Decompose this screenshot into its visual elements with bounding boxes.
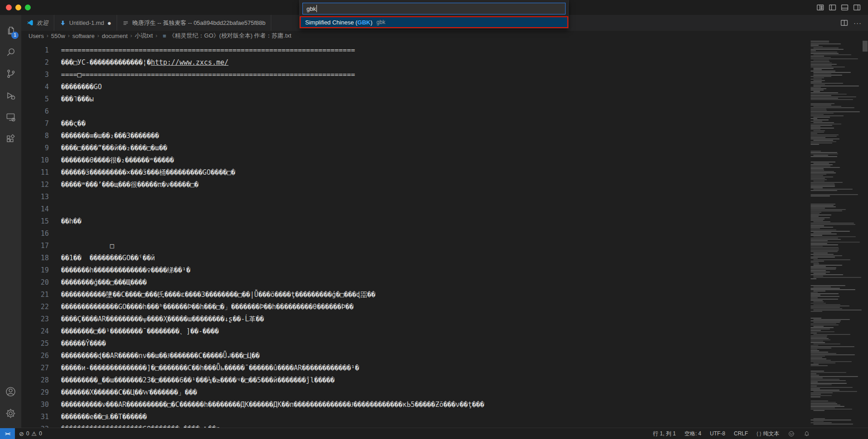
- line-number: 14: [21, 203, 55, 215]
- editor-line[interactable]: 16: [21, 228, 811, 240]
- remote-indicator[interactable]: ><: [0, 428, 15, 439]
- toggle-panel-icon[interactable]: [841, 4, 849, 11]
- tab-label: 欢迎: [37, 19, 48, 27]
- sidebar-item-remote-explorer[interactable]: [0, 106, 21, 128]
- line-number: 26: [21, 350, 55, 362]
- eol-sequence[interactable]: CRLF: [734, 430, 748, 437]
- editor-line[interactable]: 10�������θ����很�₂������ʷ�����: [21, 154, 811, 167]
- breadcrumb-item[interactable]: 550w: [51, 33, 65, 39]
- indentation[interactable]: 空格: 4: [684, 430, 701, 438]
- toggle-secondary-sidebar-icon[interactable]: [853, 4, 861, 11]
- editor-line[interactable]: 26���������ɖ��AR�����nν��ɯ��Ɉ�������C���…: [21, 350, 811, 362]
- editor-line[interactable]: 20��������ģ���□���Щ����: [21, 277, 811, 289]
- feedback-button[interactable]: [788, 430, 795, 437]
- editor-line[interactable]: 8�������≡�ɯ��₂���3�������: [21, 130, 811, 142]
- editor-line[interactable]: 28���������‗��ɯ�������23�□�����6��¹���¼�…: [21, 374, 811, 387]
- editor-line[interactable]: 29�������X������C��Ц��Ⱳ�������」���: [21, 387, 811, 399]
- line-text: ���������‗��ɯ�������23�□�����6��¹���¼�≥�…: [55, 376, 335, 384]
- cursor-position[interactable]: 行 1, 列 1: [653, 430, 676, 438]
- sidebar-item-search[interactable]: [0, 41, 21, 63]
- text-cursor: [316, 5, 317, 12]
- breadcrumb-item[interactable]: document: [102, 33, 127, 39]
- tab-novel-txt[interactable]: 晚唐浮生 -- 孤独麦客 -- 05a894bdd22bafae575f88b: [117, 15, 271, 31]
- editor-line[interactable]: 3====□==================================…: [21, 69, 811, 81]
- editor-line[interactable]: 7���ς��: [21, 118, 811, 130]
- sidebar-item-extensions[interactable]: [0, 128, 21, 150]
- editor-line[interactable]: 30����������ν���AR����������□�C������h��…: [21, 399, 811, 411]
- editor-line[interactable]: 4��������GO: [21, 81, 811, 93]
- editor-line[interactable]: 6: [21, 105, 811, 118]
- editor-line[interactable]: 13: [21, 191, 811, 203]
- line-text: �������h�������������♀����绨��¹�: [55, 266, 190, 274]
- customize-layout-icon[interactable]: [816, 4, 824, 11]
- line-text: ���ς��: [55, 119, 85, 128]
- sidebar-item-source-control[interactable]: [0, 63, 21, 85]
- line-number: 32: [21, 423, 55, 428]
- toggle-primary-sidebar-icon[interactable]: [829, 4, 836, 11]
- more-actions-icon[interactable]: ···: [854, 19, 862, 27]
- editor-line[interactable]: 9����□����”���й��₂����□�ɯ��: [21, 142, 811, 154]
- settings-button[interactable]: [0, 402, 21, 424]
- editor-line[interactable]: 5���˥���ы: [21, 93, 811, 105]
- gear-icon: [5, 407, 17, 420]
- breadcrumb: Users› 550w› software› document› 小说txt› …: [21, 31, 868, 41]
- editor-line[interactable]: 31�������e��□Ⱡ��T������: [21, 411, 811, 423]
- minimap[interactable]: [811, 41, 862, 428]
- editor-line[interactable]: 15��h��: [21, 215, 811, 228]
- line-text: �������e��□Ⱡ��T������: [55, 413, 147, 421]
- language-mode[interactable]: { } 纯文本: [757, 430, 779, 438]
- editor-line[interactable]: 2���□УС‐�������������¦�http://www.zxcs.m…: [21, 57, 811, 69]
- line-text: �������θ����很�₂������ʷ�����: [55, 156, 174, 164]
- editor-line[interactable]: 18��1�� ��������GO��ˤ��й: [21, 252, 811, 264]
- line-number: 15: [21, 215, 55, 228]
- vscode-logo-icon: [27, 19, 33, 26]
- minimize-button[interactable]: [15, 5, 21, 10]
- errors-count: 0: [26, 430, 29, 437]
- line-text: ���□УС‐�������������¦�http://www.zxcs.me…: [55, 58, 228, 67]
- line-number: 16: [21, 228, 55, 240]
- feedback-smiley-icon: [788, 430, 795, 437]
- line-number: 11: [21, 167, 55, 179]
- sidebar-item-run-debug[interactable]: [0, 85, 21, 106]
- breadcrumb-item[interactable]: Users: [28, 33, 44, 39]
- notifications-button[interactable]: [803, 430, 810, 437]
- editor-line[interactable]: 11������ӟ���������×���ӟ���桶���������GO��…: [21, 167, 811, 179]
- window-controls: [6, 5, 31, 10]
- editor-line[interactable]: 25������Ŷ����: [21, 338, 811, 350]
- line-number: 20: [21, 277, 55, 289]
- editor-line[interactable]: 27�����и‐��������������]�□�������C��h���…: [21, 362, 811, 374]
- line-number: 31: [21, 411, 55, 423]
- quick-pick-input[interactable]: gbk: [302, 3, 566, 14]
- editor-pane[interactable]: 1=======================================…: [21, 41, 811, 428]
- editor-line[interactable]: 14: [21, 203, 811, 215]
- editor-line[interactable]: 17 □: [21, 240, 811, 252]
- split-editor-icon[interactable]: [840, 19, 848, 27]
- editor-line[interactable]: 19�������h�������������♀����绨��¹�: [21, 264, 811, 277]
- breadcrumb-item[interactable]: 小说txt: [135, 32, 153, 40]
- sidebar-item-explorer[interactable]: 1: [0, 19, 21, 41]
- line-text: �����������墬��C����□���氏����ε����3������…: [55, 291, 375, 299]
- editor-line[interactable]: 12�����ʷ���’���щ���很�����π�ν�����□�: [21, 179, 811, 191]
- editor-line[interactable]: 1=======================================…: [21, 44, 811, 57]
- editor-scrollbar[interactable]: [862, 41, 868, 428]
- editor-line[interactable]: 32��������������������GO�������₁����‐Ⱡ��…: [21, 423, 811, 428]
- tab-untitled-1-md[interactable]: Untitled-1.md ●: [54, 15, 117, 31]
- editor-line[interactable]: 21�����������墬��C����□���氏����ε����3����…: [21, 289, 811, 301]
- encoding[interactable]: UTF-8: [710, 430, 725, 437]
- line-number: 30: [21, 399, 55, 411]
- editor-line[interactable]: 23����Ç����AR���������ѱ����Ҳ�����ɯ������…: [21, 313, 811, 325]
- editor-line[interactable]: 22��������������GO����h���ʰ������Þ��h���…: [21, 301, 811, 313]
- errors-icon: ⊘: [19, 430, 24, 437]
- breadcrumb-file[interactable]: 《精灵世纪：GO》(校对版全本) 作者：苏庸.txt: [169, 32, 292, 40]
- detected-link[interactable]: http://www.zxcs.me/: [151, 58, 229, 67]
- maximize-button[interactable]: [25, 5, 31, 10]
- line-number: 3: [21, 69, 55, 81]
- close-button[interactable]: [6, 5, 12, 10]
- problems-status[interactable]: ⊘ 0 ⚠ 0: [15, 430, 42, 437]
- editor-line[interactable]: 24��������□��¹��������ˉ��������、]��‐����: [21, 325, 811, 338]
- scrollbar-thumb[interactable]: [863, 41, 868, 52]
- account-button[interactable]: [0, 381, 21, 402]
- breadcrumb-item[interactable]: software: [72, 33, 94, 39]
- quick-pick-item-gbk[interactable]: Simplified Chinese (GBK) gbk: [300, 16, 568, 28]
- tab-welcome[interactable]: 欢迎: [21, 15, 54, 31]
